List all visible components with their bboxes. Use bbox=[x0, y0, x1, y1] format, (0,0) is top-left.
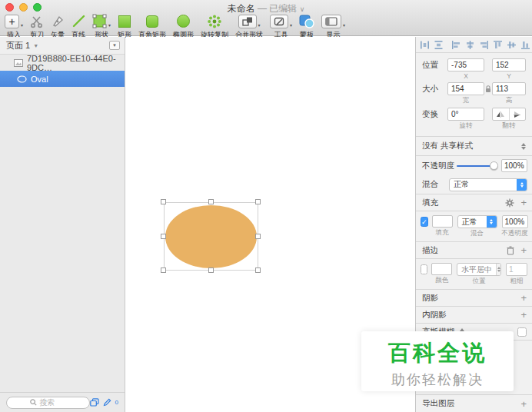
insert-icon: + bbox=[5, 15, 19, 28]
height-input[interactable] bbox=[492, 82, 526, 95]
toolbar-item-rounded-rectangle[interactable]: 直角矩形 bbox=[138, 13, 166, 40]
line-icon bbox=[72, 15, 85, 28]
blend-mode-dropdown[interactable]: 正常 bbox=[449, 178, 527, 191]
inner-shadows-section-header: 内阴影 + bbox=[416, 307, 532, 324]
pages-filter-icon[interactable] bbox=[90, 398, 99, 407]
layer-row-artboard[interactable]: 7D19B880-EE10-44E0-9DC… bbox=[0, 55, 125, 71]
sidebar-bottom-bar: 0 bbox=[0, 392, 125, 412]
stepper-icon[interactable] bbox=[496, 264, 500, 275]
flip-vertical-button[interactable] bbox=[510, 108, 526, 120]
transform-row: 变换 旋转 翻转 bbox=[422, 108, 527, 131]
title-chevron-icon[interactable]: ∨ bbox=[300, 5, 305, 13]
watermark-title: 百科全说 bbox=[361, 338, 514, 369]
y-input[interactable] bbox=[492, 58, 526, 71]
add-export-button[interactable]: + bbox=[520, 399, 527, 409]
toolbar-item-tools[interactable]: ▾ 工具 bbox=[270, 13, 292, 40]
oval-shape[interactable] bbox=[165, 205, 257, 268]
slider-knob[interactable] bbox=[490, 161, 498, 170]
toolbar-item-rotate-copy[interactable]: 旋转复制 bbox=[201, 13, 228, 40]
export-title: 导出图层 bbox=[422, 398, 454, 409]
toolbar-item-show[interactable]: ▾ 显示 bbox=[321, 13, 345, 40]
border-position-dropdown[interactable]: 水平居中 bbox=[457, 263, 501, 276]
oval-icon bbox=[177, 15, 190, 28]
align-right-icon[interactable] bbox=[479, 40, 489, 50]
border-color-swatch[interactable] bbox=[431, 263, 452, 275]
fills-title: 填充 bbox=[422, 198, 505, 208]
toolbar-item-scissors[interactable]: 剪刀 bbox=[30, 13, 44, 40]
border-enabled-checkbox[interactable] bbox=[421, 264, 427, 274]
selection-handle-middle-right[interactable] bbox=[255, 234, 261, 239]
distribute-horizontally-icon[interactable] bbox=[420, 40, 430, 50]
watermark-overlay: 百科全说 助你轻松解决 bbox=[361, 331, 514, 391]
artboard-icon bbox=[14, 59, 23, 67]
document-status: — 已编辑 bbox=[258, 3, 297, 14]
stepper-icon[interactable] bbox=[521, 143, 526, 150]
borders-section-header: 描边 + bbox=[416, 242, 532, 259]
flip-horizontal-button[interactable] bbox=[493, 108, 510, 120]
pages-header[interactable]: 页面 1 ▼ ▼ bbox=[0, 37, 125, 55]
selection-handle-middle-left[interactable] bbox=[161, 234, 166, 239]
selection-handle-top-right[interactable] bbox=[255, 199, 261, 204]
toolbar-item-oval[interactable]: 椭圆形 bbox=[173, 13, 194, 40]
add-shadow-button[interactable]: + bbox=[520, 293, 527, 303]
rotation-label: 旋转 bbox=[460, 121, 473, 131]
transform-label: 变换 bbox=[422, 108, 447, 131]
show-icon bbox=[321, 15, 341, 28]
opacity-slider[interactable] bbox=[457, 161, 497, 170]
toolbar-item-mask[interactable]: 蒙板 bbox=[299, 13, 314, 40]
lock-aspect-icon[interactable] bbox=[485, 85, 491, 93]
pencil-filter-icon[interactable] bbox=[103, 398, 111, 407]
opacity-input[interactable] bbox=[501, 159, 527, 172]
shared-style-selector[interactable]: 没有 共享样式 bbox=[416, 137, 532, 156]
dropdown-arrow-icon: ▾ bbox=[290, 22, 292, 28]
toolbar-item-shape[interactable]: ▾ 形状 bbox=[92, 13, 111, 40]
flip-control bbox=[492, 108, 526, 121]
align-middle-vertical-icon[interactable] bbox=[507, 40, 517, 50]
fill-enabled-checkbox[interactable]: ✓ bbox=[421, 217, 428, 227]
height-label: 高 bbox=[506, 96, 513, 105]
align-left-icon[interactable] bbox=[451, 40, 461, 50]
toolbar-item-insert[interactable]: +▾ 插入 bbox=[5, 13, 23, 40]
stepper-icon[interactable] bbox=[487, 216, 497, 228]
size-row: 大小 宽 高 bbox=[422, 82, 527, 105]
gear-icon[interactable] bbox=[505, 198, 514, 208]
width-label: 宽 bbox=[463, 96, 470, 105]
dropdown-arrow-icon: ▾ bbox=[108, 22, 111, 28]
toolbar-item-rectangle[interactable]: 矩形 bbox=[118, 13, 131, 40]
stepper-icon[interactable] bbox=[517, 179, 527, 191]
toolbar-item-vector[interactable]: 矢量 bbox=[51, 13, 65, 40]
align-bottom-icon[interactable] bbox=[520, 40, 530, 50]
position-row: 位置 X Y bbox=[422, 58, 527, 80]
selection-handle-bottom-center[interactable] bbox=[208, 267, 214, 273]
layer-row-oval[interactable]: Oval bbox=[0, 71, 125, 87]
border-thickness-input[interactable] bbox=[506, 263, 527, 276]
expand-pages-button[interactable]: ▼ bbox=[109, 41, 120, 50]
x-input[interactable] bbox=[447, 58, 484, 71]
fill-color-swatch[interactable] bbox=[432, 215, 453, 228]
rotation-input[interactable] bbox=[447, 108, 484, 121]
layer-name: 7D19B880-EE10-44E0-9DC… bbox=[27, 54, 125, 72]
add-fill-button[interactable]: + bbox=[520, 198, 527, 208]
align-top-icon[interactable] bbox=[493, 40, 503, 50]
layers-sidebar: 页面 1 ▼ ▼ 7D19B880-EE10-44E0-9DC… Oval bbox=[0, 37, 125, 412]
page-name[interactable]: 页面 1 bbox=[6, 40, 30, 52]
selection-handle-top-center[interactable] bbox=[208, 199, 214, 204]
trash-icon[interactable] bbox=[507, 246, 514, 255]
search-field[interactable] bbox=[6, 397, 90, 409]
toolbar-item-merge-shapes[interactable]: ▾ 合并形状 bbox=[235, 13, 263, 40]
align-center-horizontal-icon[interactable] bbox=[465, 40, 475, 50]
selection-handle-top-left[interactable] bbox=[161, 199, 166, 204]
add-inner-shadow-button[interactable]: + bbox=[520, 310, 527, 320]
blur-enabled-checkbox[interactable] bbox=[517, 327, 527, 337]
selection-handle-bottom-left[interactable] bbox=[161, 267, 166, 273]
selection-handle-bottom-right[interactable] bbox=[255, 267, 261, 273]
distribute-vertically-icon[interactable] bbox=[434, 40, 444, 50]
toolbar-item-line[interactable]: 直线 bbox=[71, 13, 85, 40]
width-input[interactable] bbox=[447, 82, 484, 95]
tools-icon bbox=[270, 15, 288, 28]
shape-icon bbox=[92, 14, 107, 28]
add-border-button[interactable]: + bbox=[520, 245, 527, 255]
fill-blend-dropdown[interactable]: 正常 bbox=[457, 215, 497, 228]
search-input[interactable] bbox=[39, 398, 65, 407]
fill-opacity-input[interactable] bbox=[502, 215, 528, 228]
